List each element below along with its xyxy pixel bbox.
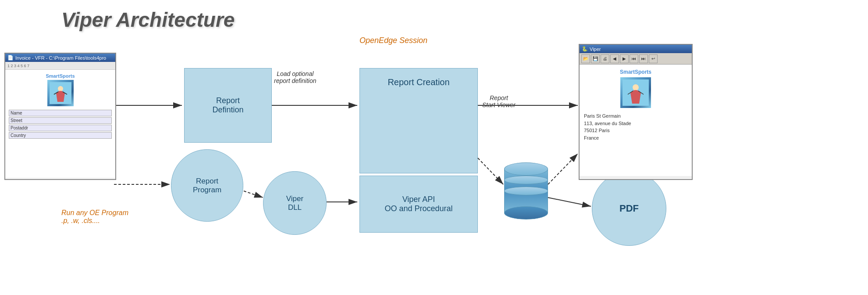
address-line4: France	[584, 134, 687, 142]
invoice-content: SmartSports Name Street Postaddr Country	[5, 70, 115, 178]
db-mid1	[504, 176, 548, 184]
arrow-db-to-viewer	[548, 154, 578, 184]
report-program-circle: ReportProgram	[171, 149, 243, 222]
db-mid2	[504, 187, 548, 195]
viper-image	[620, 77, 651, 108]
address-line2: 113, avenue du Stade	[584, 120, 687, 127]
field-name: Name	[9, 110, 112, 116]
viper-window: 🐍 Viper 📂 💾 🖨 ◀ ▶ ⏮ ⏭ ↩ SmartSports Pari…	[579, 44, 693, 180]
invoice-ruler: 1 2 3 4 5 6 7	[5, 62, 115, 70]
viper-window-title: Viper	[590, 47, 601, 52]
run-label-line2: .p, .w, .cls....	[61, 217, 128, 225]
field-postaddr: Postaddr	[9, 125, 112, 131]
report-definition-box: ReportDefintion	[184, 68, 272, 143]
toolbar-btn-2[interactable]: 💾	[591, 54, 600, 63]
report-creation-label: Report Creation	[388, 77, 449, 87]
arrow-creation-to-db	[478, 158, 503, 184]
db-top	[504, 162, 548, 176]
database-icon	[504, 162, 548, 219]
openedge-label: OpenEdge Session	[359, 36, 427, 45]
address-line3: 75012 Paris	[584, 127, 687, 134]
invoice-logo-area: SmartSports	[9, 73, 112, 106]
invoice-window: 📄 Invoice - VFR - C:\Program Files\tools…	[4, 53, 116, 180]
ruler-numbers: 1 2 3 4 5 6 7	[7, 64, 29, 68]
viper-dll-label: ViperDLL	[286, 194, 303, 212]
svg-point-3	[633, 84, 639, 90]
invoice-titlebar: 📄 Invoice - VFR - C:\Program Files\tools…	[5, 54, 115, 62]
arrow-program-to-dll	[244, 191, 263, 198]
viper-dll-circle: ViperDLL	[263, 171, 327, 235]
invoice-icon: 📄	[7, 55, 14, 61]
toolbar-btn-5[interactable]: ▶	[620, 54, 629, 63]
page-title: Viper Architecture	[61, 8, 235, 32]
toolbar-btn-6[interactable]: ⏮	[630, 54, 638, 63]
toolbar-btn-4[interactable]: ◀	[610, 54, 619, 63]
viper-window-icon: 🐍	[582, 46, 588, 52]
invoice-title: Invoice - VFR - C:\Program Files\tools4p…	[15, 55, 106, 61]
pdf-label: PDF	[619, 203, 639, 214]
invoice-image	[47, 80, 74, 106]
report-program-label: ReportProgram	[193, 177, 221, 194]
viper-content: SmartSports Paris St Germain 113, avenue…	[580, 65, 692, 176]
toolbar-btn-1[interactable]: 📂	[581, 54, 590, 63]
pdf-circle: PDF	[592, 171, 666, 246]
address-line1: Paris St Germain	[584, 112, 687, 120]
load-optional-label: Load optional report definition	[274, 70, 317, 84]
viper-toolbar[interactable]: 📂 💾 🖨 ◀ ▶ ⏮ ⏭ ↩	[580, 53, 692, 65]
svg-point-1	[58, 86, 63, 91]
toolbar-btn-3[interactable]: 🖨	[601, 54, 609, 63]
report-creation-box: Report Creation	[359, 68, 478, 173]
run-label-line1: Run any OE Program	[61, 209, 128, 217]
db-bottom	[504, 206, 548, 219]
invoice-fields: Name Street Postaddr Country	[9, 110, 112, 139]
toolbar-btn-7[interactable]: ⏭	[639, 54, 648, 63]
toolbar-btn-8[interactable]: ↩	[649, 54, 658, 63]
invoice-logo-text: SmartSports	[9, 73, 112, 79]
arrow-db-to-pdf	[548, 198, 591, 206]
viper-logo-text: SmartSports	[584, 69, 687, 75]
field-country: Country	[9, 132, 112, 139]
report-definition-label: ReportDefintion	[212, 96, 243, 115]
viper-api-label: Viper APIOO and Procedural	[384, 195, 452, 213]
field-street: Street	[9, 117, 112, 124]
report-start-label: Report Start Viewer	[482, 94, 516, 108]
run-label: Run any OE Program .p, .w, .cls....	[61, 209, 128, 225]
viper-titlebar: 🐍 Viper	[580, 45, 692, 53]
viper-address: Paris St Germain 113, avenue du Stade 75…	[584, 112, 687, 141]
viper-api-box: Viper APIOO and Procedural	[359, 176, 478, 233]
